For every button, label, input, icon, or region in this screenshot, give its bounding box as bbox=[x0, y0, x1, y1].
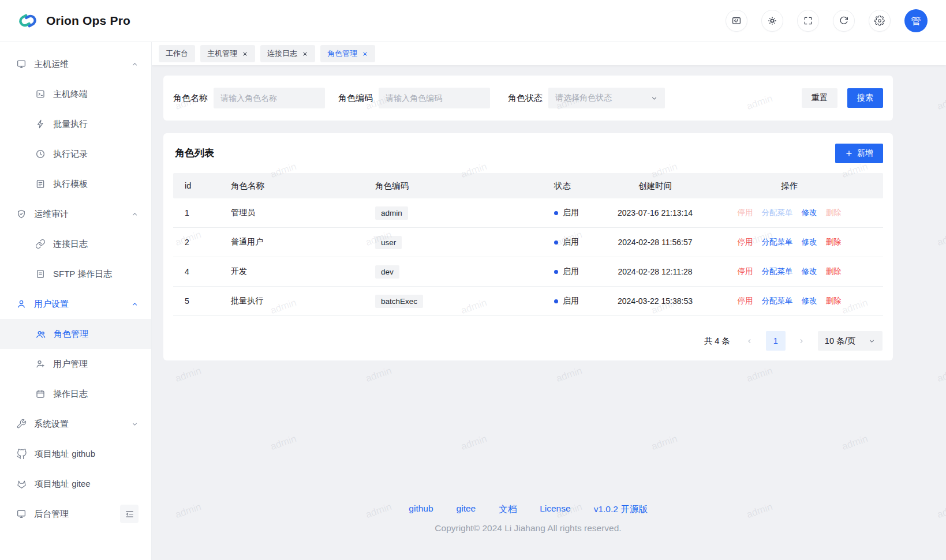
close-icon[interactable] bbox=[362, 51, 368, 57]
action-link: 分配菜单 bbox=[762, 208, 793, 218]
action-link[interactable]: 修改 bbox=[802, 208, 817, 218]
terminal-icon bbox=[35, 89, 46, 99]
tab-1[interactable]: 工作台 bbox=[159, 45, 195, 62]
action-link[interactable]: 分配菜单 bbox=[762, 296, 793, 306]
sidebar-item-label: 连接日志 bbox=[53, 239, 139, 250]
sidebar-item-10[interactable]: 角色管理 bbox=[0, 319, 151, 349]
cell-created-time: 2024-02-28 12:11:28 bbox=[609, 267, 701, 276]
fullscreen-button[interactable] bbox=[797, 10, 819, 32]
status-dot bbox=[554, 270, 558, 274]
file-icon bbox=[35, 269, 46, 279]
cell-status: 启用 bbox=[554, 237, 609, 247]
github-icon bbox=[16, 449, 27, 460]
sidebar-item-label: 用户设置 bbox=[34, 299, 124, 310]
action-link[interactable]: 分配菜单 bbox=[762, 266, 793, 277]
search-field-1: 角色名称 bbox=[173, 88, 325, 108]
sidebar-item-11[interactable]: 用户管理 bbox=[0, 349, 151, 379]
tab-label: 连接日志 bbox=[267, 48, 297, 59]
sidebar-item-8[interactable]: SFTP 操作日志 bbox=[0, 259, 151, 289]
role-code-tag: batchExec bbox=[375, 295, 423, 308]
sidebar-item-15[interactable]: 项目地址 gitee bbox=[0, 469, 151, 499]
action-link[interactable]: 分配菜单 bbox=[762, 237, 793, 247]
tab-2[interactable]: 主机管理 bbox=[200, 45, 255, 62]
field-input-1[interactable] bbox=[214, 88, 325, 108]
add-button-label: 新增 bbox=[857, 148, 873, 159]
tab-4[interactable]: 角色管理 bbox=[320, 45, 375, 62]
code-icon bbox=[731, 16, 742, 26]
sidebar-item-5[interactable]: 执行模板 bbox=[0, 169, 151, 199]
sidebar-collapse-button[interactable] bbox=[120, 505, 139, 523]
user-avatar[interactable]: 管 bbox=[904, 9, 928, 32]
app-header: Orion Ops Pro 管 bbox=[0, 0, 946, 42]
sidebar-item-2[interactable]: 主机终端 bbox=[0, 79, 151, 109]
sidebar-item-12[interactable]: 操作日志 bbox=[0, 379, 151, 409]
cell-id: 2 bbox=[173, 238, 219, 247]
close-icon[interactable] bbox=[242, 51, 248, 57]
search-panel: 角色名称角色编码角色状态请选择角色状态 重置 搜索 bbox=[163, 76, 893, 121]
tab-label: 工作台 bbox=[166, 48, 188, 59]
action-link[interactable]: 停用 bbox=[738, 296, 753, 306]
page-size-select[interactable]: 10 条/页 bbox=[818, 331, 883, 351]
gitee-icon bbox=[16, 479, 27, 490]
footer-link-1[interactable]: github bbox=[409, 503, 433, 516]
chevron-down-icon bbox=[650, 95, 658, 102]
action-link[interactable]: 删除 bbox=[826, 296, 842, 306]
sun-button[interactable] bbox=[761, 10, 783, 32]
sidebar-item-1[interactable]: 主机运维 bbox=[0, 49, 151, 79]
cell-id: 4 bbox=[173, 267, 219, 276]
add-button[interactable]: 新增 bbox=[835, 144, 883, 163]
sidebar-item-3[interactable]: 批量执行 bbox=[0, 109, 151, 139]
pagination-page-1[interactable]: 1 bbox=[766, 331, 786, 351]
action-link[interactable]: 停用 bbox=[738, 237, 753, 247]
tab-3[interactable]: 连接日志 bbox=[260, 45, 315, 62]
action-link[interactable]: 停用 bbox=[738, 266, 753, 277]
action-link: 停用 bbox=[738, 208, 753, 218]
sidebar-item-16[interactable]: 后台管理 bbox=[0, 499, 151, 529]
sidebar-item-6[interactable]: 运维审计 bbox=[0, 199, 151, 229]
code-button[interactable] bbox=[726, 10, 747, 32]
tab-label: 主机管理 bbox=[207, 48, 237, 59]
plus-icon bbox=[845, 149, 853, 157]
gear-button[interactable] bbox=[869, 10, 891, 32]
footer-link-5[interactable]: v1.0.2 开源版 bbox=[594, 503, 648, 516]
status-label: 启用 bbox=[563, 296, 579, 306]
footer-link-4[interactable]: License bbox=[540, 503, 570, 516]
chevron-down-icon bbox=[131, 420, 139, 428]
field-input-2[interactable] bbox=[379, 88, 490, 108]
reset-button[interactable]: 重置 bbox=[802, 88, 837, 108]
table-body: 1管理员admin启用2023-07-16 21:13:14停用分配菜单修改删除… bbox=[173, 198, 883, 316]
sidebar-item-7[interactable]: 连接日志 bbox=[0, 229, 151, 259]
action-link[interactable]: 删除 bbox=[826, 237, 842, 247]
table-row: 1管理员admin启用2023-07-16 21:13:14停用分配菜单修改删除 bbox=[173, 198, 883, 228]
app-title: Orion Ops Pro bbox=[46, 14, 130, 28]
footer-links: githubgitee文档Licensev1.0.2 开源版 bbox=[163, 503, 893, 516]
main-area: 工作台主机管理连接日志角色管理 角色名称角色编码角色状态请选择角色状态 重置 搜… bbox=[152, 42, 946, 560]
pagination-next-button[interactable] bbox=[793, 332, 810, 349]
search-field-2: 角色编码 bbox=[338, 88, 490, 108]
cell-actions: 停用分配菜单修改删除 bbox=[701, 266, 877, 277]
footer-link-2[interactable]: gitee bbox=[457, 503, 476, 516]
sidebar-item-9[interactable]: 用户设置 bbox=[0, 289, 151, 319]
close-icon[interactable] bbox=[302, 51, 308, 57]
cell-id: 5 bbox=[173, 296, 219, 306]
sidebar-item-label: 主机运维 bbox=[34, 59, 124, 70]
search-button[interactable]: 搜索 bbox=[847, 88, 883, 108]
cell-role-code: batchExec bbox=[364, 295, 554, 308]
sidebar-item-4[interactable]: 执行记录 bbox=[0, 139, 151, 169]
users-icon bbox=[35, 329, 46, 340]
status-select[interactable]: 请选择角色状态 bbox=[548, 88, 665, 108]
footer-link-3[interactable]: 文档 bbox=[499, 503, 517, 516]
refresh-button[interactable] bbox=[833, 10, 855, 32]
action-link[interactable]: 修改 bbox=[802, 296, 817, 306]
sidebar-item-13[interactable]: 系统设置 bbox=[0, 409, 151, 439]
shield-icon bbox=[16, 209, 27, 219]
status-label: 启用 bbox=[563, 266, 579, 277]
cell-actions: 停用分配菜单修改删除 bbox=[701, 237, 877, 247]
pagination-prev-button[interactable] bbox=[741, 332, 758, 349]
action-link[interactable]: 修改 bbox=[802, 237, 817, 247]
cell-role-code: admin bbox=[364, 206, 554, 220]
action-link[interactable]: 删除 bbox=[826, 266, 842, 277]
action-link[interactable]: 修改 bbox=[802, 266, 817, 277]
app-logo: Orion Ops Pro bbox=[16, 11, 130, 31]
sidebar-item-14[interactable]: 项目地址 github bbox=[0, 439, 151, 469]
